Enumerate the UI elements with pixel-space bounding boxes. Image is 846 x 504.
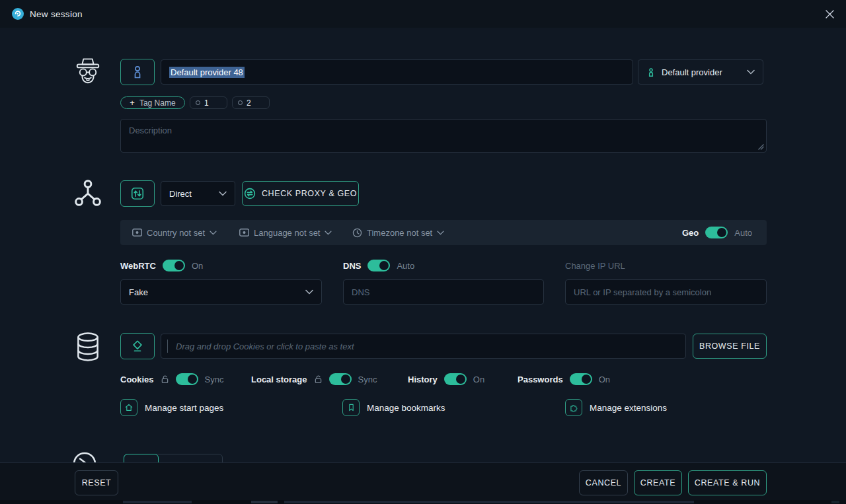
geo-state: Auto xyxy=(734,228,752,238)
geo-toggle[interactable] xyxy=(705,227,728,238)
cookies-label: Cookies xyxy=(120,375,154,384)
chevron-down-icon xyxy=(437,231,444,235)
dns-toggle-group: DNS Auto xyxy=(343,259,414,272)
plus-icon: + xyxy=(130,98,135,108)
chevron-down-icon xyxy=(747,69,755,75)
clock-icon xyxy=(352,228,362,238)
chevron-down-icon xyxy=(305,289,313,295)
circle-icon xyxy=(238,100,243,105)
network-nodes-icon xyxy=(73,178,103,207)
cookies-state: Sync xyxy=(205,375,224,384)
geo-settings-strip: Country not set Language not set Timezon… xyxy=(120,220,767,245)
manage-extensions-button[interactable]: Manage extensions xyxy=(565,398,667,417)
timezone-dropdown[interactable]: Timezone not set xyxy=(352,220,444,245)
provider-dropdown-label: Default provider xyxy=(662,67,741,77)
puzzle-icon xyxy=(565,399,582,416)
paste-cookies-button[interactable] xyxy=(120,333,155,359)
tag-chip[interactable]: 1 xyxy=(190,96,227,109)
country-dropdown[interactable]: Country not set xyxy=(132,220,217,245)
dns-toggle[interactable] xyxy=(367,260,390,271)
add-tag-button[interactable]: + Tag Name xyxy=(120,96,185,109)
manage-bookmarks-label: Manage bookmarks xyxy=(367,403,445,413)
profile-person-button[interactable] xyxy=(120,59,155,85)
chevron-down-icon xyxy=(210,231,217,235)
dialog-title: New session xyxy=(30,9,83,19)
dns-label: DNS xyxy=(343,261,361,271)
webrtc-state: On xyxy=(192,261,203,271)
background-content-sliver xyxy=(0,500,846,504)
chevron-down-icon xyxy=(219,191,227,196)
resize-grip-icon[interactable] xyxy=(758,144,764,150)
eraser-icon xyxy=(130,339,145,353)
create-button[interactable]: CREATE xyxy=(634,470,682,495)
chevron-down-icon xyxy=(325,231,332,235)
fingerprint-icon xyxy=(71,450,98,462)
webrtc-mode-select[interactable]: Fake xyxy=(120,279,322,305)
geo-toggle-group: Geo Auto xyxy=(682,220,752,245)
dns-state: Auto xyxy=(397,261,414,271)
country-label: Country not set xyxy=(147,228,205,238)
proxy-type-button[interactable] xyxy=(120,180,155,207)
change-ip-url-input[interactable] xyxy=(565,279,767,305)
manage-start-pages-button[interactable]: Manage start pages xyxy=(120,398,223,417)
proxy-type-value: Direct xyxy=(169,189,192,199)
webrtc-label: WebRTC xyxy=(120,261,156,271)
local-storage-state: Sync xyxy=(358,375,377,384)
local-storage-label: Local storage xyxy=(251,375,307,384)
browse-file-button[interactable]: BROWSE FILE xyxy=(693,334,767,359)
change-ip-url-label: Change IP URL xyxy=(565,261,625,271)
lock-open-icon xyxy=(161,375,169,384)
proxy-arrows-icon xyxy=(130,186,145,201)
language-dropdown[interactable]: Language not set xyxy=(239,220,332,245)
passwords-label: Passwords xyxy=(518,375,563,384)
close-icon[interactable] xyxy=(824,8,835,20)
browse-file-label: BROWSE FILE xyxy=(699,342,760,351)
flag-icon xyxy=(132,229,142,236)
profile-section-icon xyxy=(73,55,103,89)
cookies-toggle[interactable] xyxy=(176,373,198,385)
passwords-toggle-group: Passwords On xyxy=(518,371,610,387)
reset-button[interactable]: RESET xyxy=(75,470,118,495)
provider-dropdown[interactable]: Default provider xyxy=(638,59,763,85)
flag-icon xyxy=(239,229,249,236)
tag-chip-label: 1 xyxy=(204,98,209,108)
dns-input[interactable] xyxy=(343,279,544,305)
geo-label: Geo xyxy=(682,228,699,238)
cookies-drop-input[interactable] xyxy=(161,334,686,359)
person-icon xyxy=(131,65,144,79)
fingerprint-section-icon xyxy=(71,450,98,462)
change-ip-label-row: Change IP URL xyxy=(565,259,625,272)
history-toggle[interactable] xyxy=(444,373,467,385)
bookmark-icon xyxy=(342,399,360,416)
fingerprint-segmented-control[interactable] xyxy=(124,454,223,462)
check-proxy-geo-label: CHECK PROXY & GEO xyxy=(262,189,357,198)
session-name-input[interactable]: Default provider 48 xyxy=(161,59,633,85)
timezone-label: Timezone not set xyxy=(367,228,432,238)
history-toggle-group: History On xyxy=(408,371,484,387)
cancel-button[interactable]: CANCEL xyxy=(579,470,628,495)
local-storage-toggle[interactable] xyxy=(329,373,352,385)
webrtc-toggle[interactable] xyxy=(163,260,185,271)
language-label: Language not set xyxy=(254,228,320,238)
database-icon xyxy=(74,332,102,362)
cookies-drop-zone[interactable] xyxy=(161,334,686,359)
disguise-icon xyxy=(73,55,103,89)
description-textarea[interactable]: Description xyxy=(120,119,767,153)
swap-arrows-icon xyxy=(244,188,256,199)
check-proxy-geo-button[interactable]: CHECK PROXY & GEO xyxy=(242,181,359,206)
create-and-run-button[interactable]: CREATE & RUN xyxy=(688,470,767,495)
tag-chip-label: 2 xyxy=(247,98,251,108)
passwords-state: On xyxy=(599,375,610,384)
tag-chip[interactable]: 2 xyxy=(232,96,270,109)
webrtc-toggle-group: WebRTC On xyxy=(120,259,203,272)
session-name-value: Default provider 48 xyxy=(169,67,245,78)
person-icon xyxy=(646,67,656,77)
manage-extensions-label: Manage extensions xyxy=(590,403,667,413)
home-icon xyxy=(120,399,137,416)
passwords-toggle[interactable] xyxy=(570,373,592,385)
proxy-section-icon xyxy=(73,178,103,207)
manage-bookmarks-button[interactable]: Manage bookmarks xyxy=(342,398,445,417)
description-placeholder: Description xyxy=(129,126,172,135)
proxy-type-select[interactable]: Direct xyxy=(161,181,235,206)
add-tag-label: Tag Name xyxy=(139,98,176,108)
